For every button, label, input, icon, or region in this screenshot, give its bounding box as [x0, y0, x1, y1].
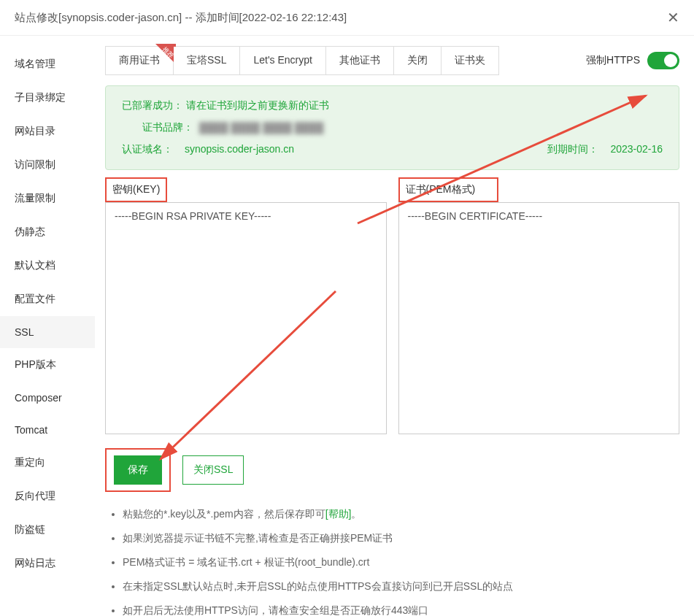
- hint-item: 如果浏览器提示证书链不完整,请检查是否正确拼接PEM证书: [123, 526, 679, 550]
- brand-label: 证书品牌：: [142, 121, 193, 134]
- tab[interactable]: Let's Encrypt: [240, 47, 326, 74]
- cert-textarea[interactable]: [398, 202, 680, 434]
- domain-value: synopsis.coder-jason.cn: [185, 143, 294, 155]
- save-button[interactable]: 保存: [114, 455, 162, 485]
- success-box: 已部署成功： 请在证书到期之前更换新的证书 证书品牌： ████ ████ ██…: [105, 85, 679, 170]
- hint-item: 粘贴您的*.key以及*.pem内容，然后保存即可[帮助]。: [123, 502, 679, 526]
- key-textarea[interactable]: [105, 202, 387, 434]
- deployed-label: 已部署成功：: [122, 99, 183, 112]
- sidebar-item[interactable]: Composer: [0, 382, 95, 414]
- sidebar-item[interactable]: 重定向: [0, 446, 95, 480]
- close-ssl-button[interactable]: 关闭SSL: [182, 455, 244, 485]
- dialog-title: 站点修改[synopsis.coder-jason.cn] -- 添加时间[20…: [15, 11, 347, 25]
- hints-list: 粘贴您的*.key以及*.pem内容，然后保存即可[帮助]。如果浏览器提示证书链…: [105, 502, 679, 616]
- sidebar-item[interactable]: Tomcat: [0, 414, 95, 446]
- force-https-label: 强制HTTPS: [586, 54, 640, 67]
- deployed-text: 请在证书到期之前更换新的证书: [186, 99, 329, 112]
- tab[interactable]: 宝塔SSL: [174, 47, 240, 74]
- expiry-value: 2023-02-16: [610, 143, 663, 156]
- brand-value: ████ ████ ████ ████: [199, 122, 323, 134]
- hint-item: 如开启后无法使用HTTPS访问，请检查安全组是否正确放行443端口: [123, 598, 679, 616]
- sidebar-item[interactable]: PHP版本: [0, 348, 95, 382]
- sidebar-item[interactable]: 防盗链: [0, 513, 95, 547]
- tab[interactable]: 证书夹: [442, 47, 498, 74]
- sidebar-item[interactable]: 网站目录: [0, 115, 95, 148]
- sidebar-item[interactable]: 反向代理: [0, 480, 95, 513]
- domain-label: 认证域名：: [122, 143, 173, 155]
- close-icon[interactable]: ✕: [667, 9, 679, 26]
- ssl-tabs: 商用证书推荐宝塔SSLLet's Encrypt其他证书关闭证书夹: [105, 46, 499, 75]
- cert-label: 证书(PEM格式): [398, 177, 499, 202]
- sidebar-item[interactable]: SSL: [0, 316, 95, 348]
- sidebar-item[interactable]: 子目录绑定: [0, 81, 95, 115]
- sidebar-item[interactable]: 伪静态: [0, 215, 95, 249]
- expiry-label: 到期时间：: [547, 143, 598, 156]
- hint-item: PEM格式证书 = 域名证书.crt + 根证书(root_bundle).cr…: [123, 550, 679, 574]
- sidebar-item[interactable]: 网站日志: [0, 547, 95, 580]
- sidebar-item[interactable]: 访问限制: [0, 148, 95, 182]
- hint-item: 在未指定SSL默认站点时,未开启SSL的站点使用HTTPS会直接访问到已开启SS…: [123, 574, 679, 598]
- tab[interactable]: 关闭: [394, 47, 442, 74]
- tab[interactable]: 其他证书: [326, 47, 394, 74]
- sidebar-item[interactable]: 配置文件: [0, 282, 95, 316]
- force-https-toggle[interactable]: [647, 52, 679, 69]
- tab[interactable]: 商用证书推荐: [106, 47, 174, 74]
- sidebar-item[interactable]: 流量限制: [0, 182, 95, 215]
- sidebar-item[interactable]: 域名管理: [0, 47, 95, 81]
- help-link[interactable]: [帮助]: [325, 508, 352, 520]
- sidebar-item[interactable]: 默认文档: [0, 249, 95, 282]
- key-label: 密钥(KEY): [105, 177, 167, 202]
- sidebar: 域名管理子目录绑定网站目录访问限制流量限制伪静态默认文档配置文件SSLPHP版本…: [0, 36, 95, 616]
